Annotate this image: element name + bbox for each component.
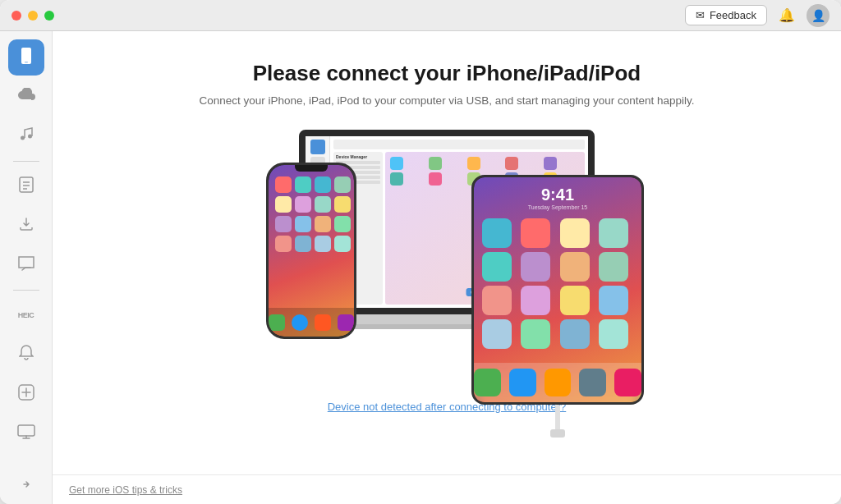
email-icon: ✉	[696, 9, 705, 21]
sidebar-item-messages[interactable]	[8, 247, 44, 283]
backup-icon	[18, 216, 34, 236]
tips-tricks-link[interactable]: Get more iOS tips & tricks	[69, 484, 182, 496]
files-icon	[18, 176, 34, 198]
avatar[interactable]: 👤	[807, 4, 830, 27]
cloud-icon	[17, 88, 35, 107]
bell-sidebar-icon	[19, 344, 34, 366]
content-inner: Please connect your iPhone/iPad/iPod Con…	[53, 31, 841, 474]
svg-rect-6	[18, 425, 34, 436]
sidebar-item-music[interactable]	[8, 118, 44, 154]
screen-icon	[17, 424, 35, 444]
music-icon	[18, 126, 34, 147]
feedback-button[interactable]: ✉ Feedback	[685, 5, 767, 25]
page-subtitle: Connect your iPhone, iPad, iPod to your …	[199, 94, 694, 107]
sidebar-item-appstore[interactable]	[8, 376, 44, 412]
iphone-illustration	[266, 163, 356, 339]
messages-icon	[17, 255, 35, 276]
page-title: Please connect your iPhone/iPad/iPod	[253, 61, 641, 86]
content-area: Please connect your iPhone/iPad/iPod Con…	[53, 31, 841, 504]
svg-rect-4	[20, 177, 33, 192]
sidebar-divider-1	[13, 161, 39, 162]
ipad-date: Tuesday September 15	[474, 204, 641, 210]
traffic-lights	[11, 11, 54, 21]
sidebar-item-device[interactable]	[8, 39, 44, 76]
sidebar-item-ringtone[interactable]	[8, 337, 44, 373]
sidebar-item-files[interactable]	[8, 168, 44, 204]
sidebar-divider-2	[13, 290, 39, 291]
svg-point-2	[21, 135, 25, 140]
title-bar-right: ✉ Feedback 🔔 👤	[685, 4, 830, 27]
notification-button[interactable]: 🔔	[775, 4, 798, 27]
close-button[interactable]	[11, 11, 21, 21]
devices-illustration: Device Manager	[233, 130, 660, 384]
sidebar-expand-button[interactable]	[8, 473, 44, 496]
ipad-illustration: 9:41 Tuesday September 15	[471, 175, 644, 405]
ipad-time: 9:41	[474, 177, 641, 204]
sidebar-item-heic[interactable]: HEIC	[8, 297, 44, 333]
main-layout: HEIC	[0, 31, 841, 504]
sidebar-item-cloud[interactable]	[8, 79, 44, 115]
sidebar: HEIC	[0, 31, 53, 504]
maximize-button[interactable]	[44, 11, 54, 21]
appstore-icon	[17, 383, 35, 405]
bell-icon: 🔔	[779, 7, 795, 23]
feedback-label: Feedback	[710, 9, 756, 21]
footer-bar: Get more iOS tips & tricks	[53, 474, 841, 504]
heic-label: HEIC	[18, 311, 34, 319]
sidebar-item-backup[interactable]	[8, 208, 44, 244]
svg-point-3	[28, 134, 32, 138]
sidebar-item-screen[interactable]	[8, 415, 44, 451]
minimize-button[interactable]	[28, 11, 38, 21]
svg-rect-1	[25, 62, 28, 63]
user-icon: 👤	[811, 9, 825, 22]
device-icon	[17, 47, 35, 69]
title-bar: ✉ Feedback 🔔 👤	[0, 0, 841, 31]
